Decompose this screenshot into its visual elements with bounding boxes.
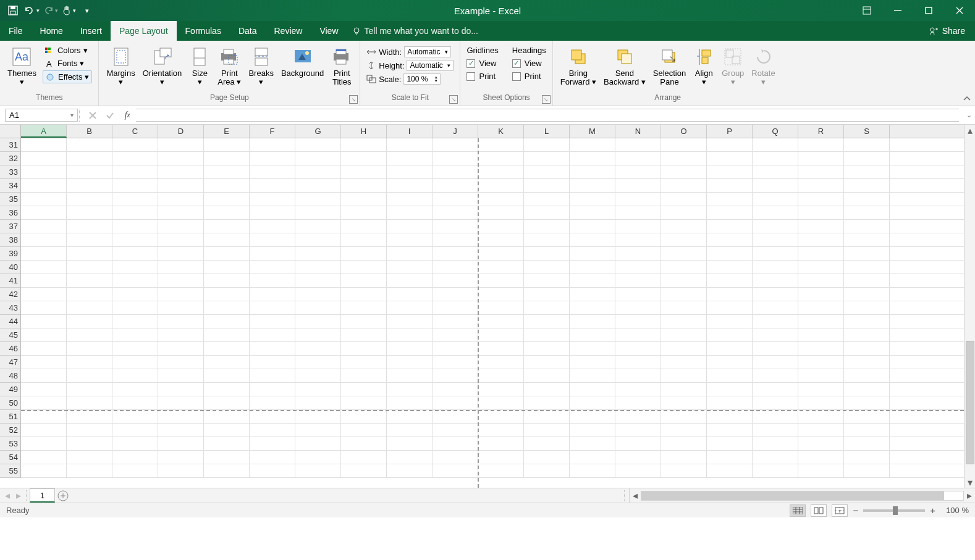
cell-E55[interactable] [204, 464, 250, 478]
cell-F40[interactable] [250, 261, 295, 274]
cell-F31[interactable] [250, 138, 295, 152]
cell-A48[interactable] [21, 369, 67, 383]
cell-A37[interactable] [21, 220, 67, 233]
cell-S48[interactable] [844, 369, 890, 383]
cancel-formula-button[interactable] [84, 111, 101, 120]
cell-A31[interactable] [21, 138, 67, 152]
cell-M53[interactable] [570, 437, 615, 451]
cell-I40[interactable] [387, 261, 433, 274]
cell-Q36[interactable] [753, 206, 798, 220]
cell-R32[interactable] [798, 152, 844, 165]
cell-S35[interactable] [844, 193, 890, 206]
cell-N44[interactable] [615, 315, 661, 328]
cell-J38[interactable] [433, 233, 478, 247]
cell-D34[interactable] [158, 179, 204, 193]
cell-P42[interactable] [707, 288, 753, 301]
cell-J39[interactable] [433, 247, 478, 261]
cell-E41[interactable] [204, 274, 250, 288]
cell-C46[interactable] [112, 342, 158, 356]
cell-B34[interactable] [67, 179, 112, 193]
cell-H33[interactable] [341, 165, 387, 179]
cell-K38[interactable] [478, 233, 524, 247]
cell-Q31[interactable] [753, 138, 798, 152]
cell-O43[interactable] [661, 301, 707, 315]
cell-K46[interactable] [478, 342, 524, 356]
cell-P47[interactable] [707, 356, 753, 369]
cell-N33[interactable] [615, 165, 661, 179]
scroll-left-button[interactable]: ◂ [630, 490, 641, 501]
cell-E51[interactable] [204, 410, 250, 424]
cell-I43[interactable] [387, 301, 433, 315]
cell-Q51[interactable] [753, 410, 798, 424]
cell-O55[interactable] [661, 464, 707, 478]
cell-B35[interactable] [67, 193, 112, 206]
margins-button[interactable]: Margins▾ [103, 43, 138, 87]
print-area-button[interactable]: Print Area ▾ [214, 43, 245, 87]
cell-A36[interactable] [21, 206, 67, 220]
cell-I39[interactable] [387, 247, 433, 261]
headings-print-checkbox[interactable]: Print [512, 70, 546, 82]
cell-M55[interactable] [570, 464, 615, 478]
cell-D42[interactable] [158, 288, 204, 301]
vertical-scrollbar[interactable]: ▴ ▾ [964, 125, 975, 488]
cell-Q46[interactable] [753, 342, 798, 356]
cell-I51[interactable] [387, 410, 433, 424]
cell-K45[interactable] [478, 328, 524, 342]
insert-function-button[interactable]: fx [119, 110, 136, 120]
row-header-39[interactable]: 39 [0, 247, 20, 261]
row-header-40[interactable]: 40 [0, 261, 20, 274]
cell-Q43[interactable] [753, 301, 798, 315]
row-header-43[interactable]: 43 [0, 301, 20, 315]
row-header-37[interactable]: 37 [0, 220, 20, 233]
cell-K51[interactable] [478, 410, 524, 424]
cell-I52[interactable] [387, 424, 433, 437]
cell-L50[interactable] [524, 396, 570, 410]
cell-M49[interactable] [570, 383, 615, 396]
cell-B52[interactable] [67, 424, 112, 437]
cell-M38[interactable] [570, 233, 615, 247]
cell-G35[interactable] [295, 193, 341, 206]
cell-R31[interactable] [798, 138, 844, 152]
sheet-options-launcher[interactable]: ↘ [542, 95, 551, 104]
tab-page-layout[interactable]: Page Layout [111, 21, 177, 41]
cell-E33[interactable] [204, 165, 250, 179]
align-button[interactable]: Align▾ [690, 43, 718, 87]
cell-N54[interactable] [615, 451, 661, 464]
cell-S50[interactable] [844, 396, 890, 410]
cell-I45[interactable] [387, 328, 433, 342]
cell-S47[interactable] [844, 356, 890, 369]
selection-pane-button[interactable]: Selection Pane [649, 43, 690, 87]
cell-S33[interactable] [844, 165, 890, 179]
cell-R50[interactable] [798, 396, 844, 410]
cell-B47[interactable] [67, 356, 112, 369]
cell-J46[interactable] [433, 342, 478, 356]
cell-F47[interactable] [250, 356, 295, 369]
cell-M39[interactable] [570, 247, 615, 261]
cell-F42[interactable] [250, 288, 295, 301]
cell-C31[interactable] [112, 138, 158, 152]
cell-S41[interactable] [844, 274, 890, 288]
zoom-slider-thumb[interactable] [893, 506, 898, 515]
cell-A47[interactable] [21, 356, 67, 369]
cell-R46[interactable] [798, 342, 844, 356]
cell-H45[interactable] [341, 328, 387, 342]
cell-J37[interactable] [433, 220, 478, 233]
cell-K32[interactable] [478, 152, 524, 165]
cell-Q49[interactable] [753, 383, 798, 396]
cell-H35[interactable] [341, 193, 387, 206]
cell-R38[interactable] [798, 233, 844, 247]
cell-Q32[interactable] [753, 152, 798, 165]
qat-customize-button[interactable]: ▾ [79, 2, 95, 19]
cell-Q35[interactable] [753, 193, 798, 206]
cell-N43[interactable] [615, 301, 661, 315]
cell-C38[interactable] [112, 233, 158, 247]
cell-J49[interactable] [433, 383, 478, 396]
column-header-L[interactable]: L [524, 125, 570, 138]
tell-me-search[interactable]: Tell me what you want to do... [347, 21, 483, 41]
cell-S51[interactable] [844, 410, 890, 424]
cell-G50[interactable] [295, 396, 341, 410]
cell-H52[interactable] [341, 424, 387, 437]
cell-A41[interactable] [21, 274, 67, 288]
redo-button[interactable]: ▾ [42, 2, 58, 19]
cell-L40[interactable] [524, 261, 570, 274]
